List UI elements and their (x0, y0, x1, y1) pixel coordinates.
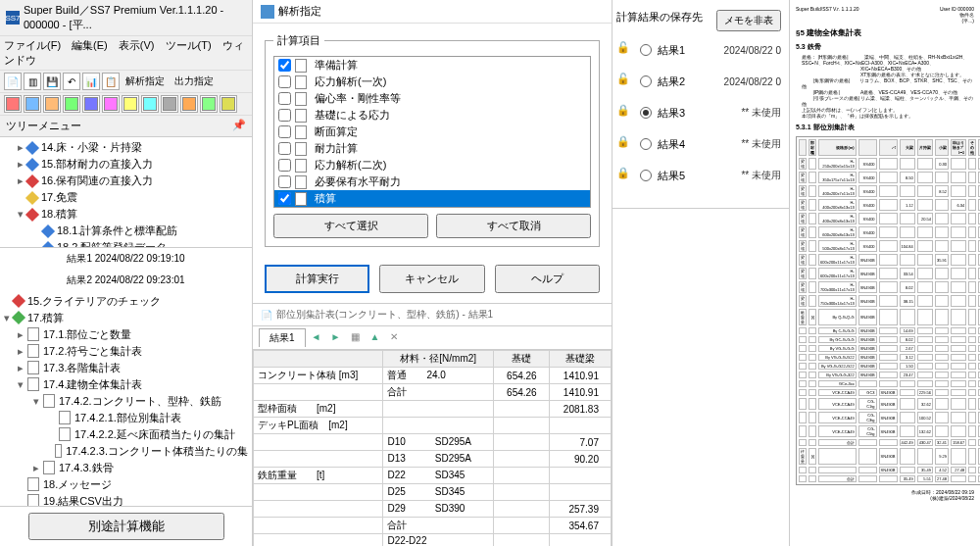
prev-icon[interactable]: ◄ (312, 331, 325, 345)
memo-toggle-button[interactable]: メモを非表 (716, 10, 781, 31)
checkbox[interactable] (278, 92, 291, 105)
tb-sq1[interactable] (4, 95, 22, 113)
check-item[interactable]: 断面算定 (274, 124, 590, 140)
tree-pin-icon[interactable]: 📌 (232, 119, 246, 133)
radio[interactable] (640, 138, 652, 150)
save-row[interactable]: 🔒結果4** 未使用 (616, 135, 781, 153)
check-item[interactable]: 応力解析(一次) (274, 74, 590, 90)
check-item[interactable]: 基礎による応力 (274, 107, 590, 124)
result-info-1[interactable]: 結果1 2024/08/22 09:19:10 (0, 247, 252, 270)
tree-item[interactable]: ▸16.保有関連の直接入力 (0, 173, 252, 189)
tree-item[interactable]: ▾17.4.2.コンクリート、型枠、鉄筋 (0, 393, 252, 410)
menu-tool[interactable]: ツール(T) (166, 39, 212, 51)
tb-sq10[interactable] (180, 95, 198, 113)
tree-item[interactable]: 18.1.計算条件と標準配筋 (0, 223, 252, 239)
tb-sqA[interactable] (200, 95, 218, 113)
lock-icon[interactable]: 🔒 (616, 135, 634, 153)
tree-item[interactable]: ▾17.4.建物全体集計表 (0, 376, 252, 393)
radio[interactable] (640, 170, 652, 181)
tb-sq3[interactable] (43, 95, 61, 113)
check-item[interactable]: 偏心率・剛性率等 (274, 90, 590, 107)
tb-sq8[interactable] (141, 95, 159, 113)
calc-items-list[interactable]: 準備計算応力解析(一次)偏心率・剛性率等基礎による応力断面算定耐力計算応力解析(… (273, 56, 591, 208)
check-item[interactable]: 耐力計算 (274, 140, 590, 157)
lock-icon[interactable]: 🔒 (616, 167, 634, 184)
help-button[interactable]: ヘルプ (495, 265, 600, 293)
cancel-button[interactable]: キャンセル (379, 265, 484, 293)
result-table[interactable]: 材料・径[N/mm2]基礎基礎梁コンクリート体積 [m3]普通 24.0654.… (253, 350, 612, 546)
tree-item[interactable]: ▸14.床・小梁・片持梁 (0, 139, 252, 156)
check-item[interactable]: 準備計算 (274, 57, 590, 74)
result-info-2[interactable]: 結果2 2024/08/22 09:23:01 (0, 270, 252, 291)
checkbox[interactable] (278, 159, 291, 172)
tb-undo-icon[interactable]: ↶ (63, 73, 80, 90)
result-tab-1[interactable]: 結果1 (259, 328, 306, 347)
table-icon[interactable]: ▦ (351, 331, 365, 345)
tree-item[interactable]: 17.4.2.1.部位別集計表 (0, 410, 252, 426)
tb-analysis-icon[interactable]: 📊 (82, 73, 100, 90)
tb-sq6[interactable] (102, 95, 120, 113)
tree-output[interactable]: 15.クライテリアのチェック▾17.積算▸17.1.部位ごと数量▸17.2.符号… (0, 291, 252, 506)
checkbox[interactable] (278, 125, 291, 138)
save-row[interactable]: 🔓結果12024/08/22 0 (616, 41, 781, 59)
tree-item[interactable]: 18.メッセージ (0, 476, 252, 493)
save-row[interactable]: 🔒結果5** 未使用 (616, 167, 781, 184)
extra-calc-button[interactable]: 別途計算機能 (28, 513, 224, 540)
checkbox[interactable] (278, 109, 291, 122)
result-view-header: 📄 部位別集計表(コンクリート、型枠、鉄筋) - 結果1 (253, 303, 612, 326)
radio[interactable] (640, 44, 652, 56)
lock-icon[interactable]: 🔒 (616, 104, 634, 122)
analysis-icon (261, 5, 274, 19)
lock-icon[interactable]: 🔓 (616, 73, 634, 90)
tb-sq2[interactable] (24, 95, 41, 113)
checkbox[interactable] (278, 192, 291, 205)
checkbox[interactable] (278, 75, 291, 88)
tree-item[interactable]: ▾17.積算 (0, 310, 252, 326)
menu-view[interactable]: 表示(V) (119, 39, 155, 51)
save-row[interactable]: 🔒結果3** 未使用 (616, 104, 781, 122)
next-icon[interactable]: ► (331, 331, 345, 345)
tb-sq7[interactable] (122, 95, 139, 113)
check-item[interactable]: 必要保有水平耐力 (274, 174, 590, 190)
tree-item[interactable]: 18.2.配筋等登録データ (0, 239, 252, 247)
tb-sq5[interactable] (82, 95, 100, 113)
tree-item[interactable]: 17.4.2.2.延べ床面積当たりの集計 (0, 426, 252, 443)
save-row[interactable]: 🔓結果22024/08/22 0 (616, 73, 781, 90)
checkbox[interactable] (278, 175, 291, 188)
tree-item[interactable]: 17.4.2.3.コンクリート体積当たりの集 (0, 443, 252, 460)
select-all-button[interactable]: すべて選択 (273, 214, 428, 238)
menu-edit[interactable]: 編集(E) (72, 39, 108, 51)
menu-file[interactable]: ファイル(F) (4, 39, 61, 51)
radio[interactable] (640, 75, 652, 87)
toolbar-2 (0, 93, 252, 116)
deselect-all-button[interactable]: すべて取消 (436, 214, 591, 238)
tree-item[interactable]: ▸17.1.部位ごと数量 (0, 326, 252, 343)
checkbox[interactable] (278, 142, 291, 155)
tree-item[interactable]: ▸17.4.3.鉄骨 (0, 460, 252, 476)
cross-icon[interactable]: ✕ (390, 331, 404, 345)
up-icon[interactable]: ▲ (370, 331, 384, 345)
tree-item[interactable]: ▸17.2.符号ごと集計表 (0, 343, 252, 360)
tree-item[interactable]: ▸17.3.各階集計表 (0, 360, 252, 376)
tree-item[interactable]: ▾18.積算 (0, 206, 252, 223)
tb-sqB[interactable] (220, 95, 237, 113)
checkbox[interactable] (278, 59, 291, 72)
tb-save-icon[interactable]: 💾 (43, 73, 61, 90)
radio[interactable] (640, 107, 652, 119)
tb-multi-icon[interactable]: ▥ (24, 73, 41, 90)
check-item[interactable]: 応力解析(二次) (274, 157, 590, 174)
tb-analysis-label[interactable]: 解析指定 (122, 73, 169, 90)
tree-item[interactable]: 19.結果CSV出力 (0, 493, 252, 506)
check-item[interactable]: 積算 (274, 190, 590, 207)
tb-result-icon[interactable]: 📋 (102, 73, 120, 90)
tb-output-label[interactable]: 出力指定 (171, 73, 218, 90)
tb-sq9[interactable] (161, 95, 178, 113)
tree-item[interactable]: ▸15.部材耐力の直接入力 (0, 156, 252, 173)
lock-icon[interactable]: 🔓 (616, 41, 634, 59)
tb-sq4[interactable] (63, 95, 80, 113)
run-calc-button[interactable]: 計算実行 (265, 265, 369, 293)
tree-item[interactable]: 17.免震 (0, 189, 252, 206)
tree-item[interactable]: 15.クライテリアのチェック (0, 293, 252, 310)
tb-new-icon[interactable]: 📄 (4, 73, 22, 90)
tree-input[interactable]: ▸14.床・小梁・片持梁▸15.部材耐力の直接入力▸16.保有関連の直接入力17… (0, 137, 252, 247)
